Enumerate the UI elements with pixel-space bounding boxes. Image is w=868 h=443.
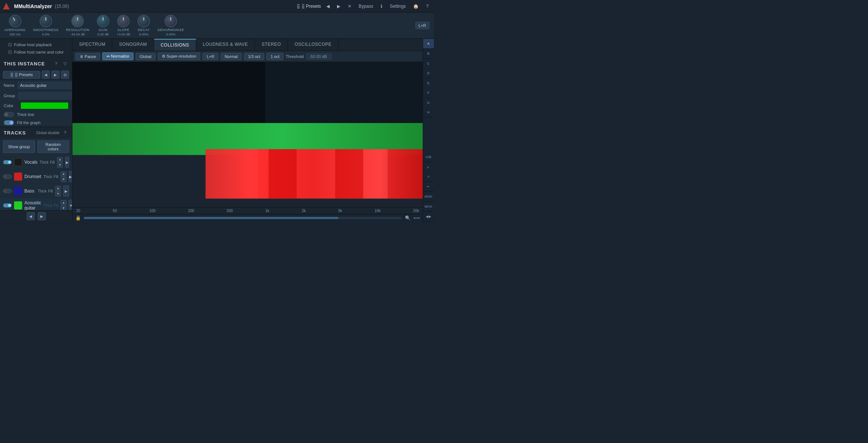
preset-options-button[interactable]: ⊞: [61, 71, 69, 79]
gain-knob[interactable]: [97, 15, 109, 27]
resolution-knob[interactable]: [71, 15, 84, 27]
instance-expand-button[interactable]: ▽: [62, 60, 68, 67]
instance-presets-pill[interactable]: ⣿ ⣿ Presets: [3, 71, 40, 79]
vocals-toggle[interactable]: [3, 160, 12, 164]
rs-back-button[interactable]: ↩: [423, 182, 434, 191]
normalize-button[interactable]: ⇔ Normalize: [102, 52, 133, 60]
deharmonize-knob[interactable]: [164, 15, 177, 27]
bypass-button[interactable]: Bypass: [357, 3, 375, 10]
pause-button[interactable]: ⏸ Pause: [75, 53, 100, 60]
rs-c-button[interactable]: C: [423, 59, 434, 68]
presets-button[interactable]: ⣿ ⣿ Presets: [297, 4, 321, 9]
rs-ab-button[interactable]: A/B: [423, 152, 434, 162]
rs-midi-button[interactable]: MIDI: [423, 192, 434, 201]
rs-d-button[interactable]: D: [423, 68, 434, 78]
bass-color[interactable]: [14, 187, 22, 195]
bass-expand-button[interactable]: ▶: [63, 185, 69, 197]
close-button[interactable]: ✕: [346, 3, 354, 10]
drumset-color[interactable]: [14, 173, 22, 181]
vocals-color[interactable]: [14, 158, 22, 166]
rs-f-button[interactable]: F: [423, 88, 434, 98]
rs-wav-button[interactable]: WAV: [423, 202, 434, 211]
drumset-up-button[interactable]: ▲: [61, 171, 67, 177]
tab-collisions[interactable]: COLLISIONS: [154, 39, 196, 51]
global-disable-label[interactable]: Global disable: [36, 131, 59, 135]
show-group-button[interactable]: Show group: [3, 140, 35, 153]
bottom-left-nav: ◀ ▶: [0, 210, 72, 222]
bass-toggle[interactable]: [3, 189, 12, 193]
expand-icon[interactable]: ⟺: [413, 215, 420, 221]
freq-10k: 10k: [375, 209, 381, 213]
acoustic-color[interactable]: [14, 201, 22, 209]
nav-prev-button[interactable]: ◀: [324, 3, 332, 10]
tab-loudness-wave[interactable]: LOUDNESS & WAVE: [196, 39, 255, 51]
tab-spectrum[interactable]: SPECTRUM: [72, 39, 112, 51]
info-button[interactable]: ℹ: [378, 3, 385, 10]
random-colors-button[interactable]: Random colors: [37, 140, 69, 153]
svg-rect-7: [205, 149, 258, 199]
threshold-value[interactable]: -50.00 dB: [306, 53, 332, 60]
preset-next-button[interactable]: ▶: [51, 71, 59, 79]
lock-icon[interactable]: 🔒: [75, 215, 81, 221]
lr-badge[interactable]: L+R: [415, 22, 430, 29]
oct13-button[interactable]: 1/3 oct: [244, 53, 264, 60]
bass-up-button[interactable]: ▲: [55, 186, 61, 191]
tracks-help-button[interactable]: ?: [62, 129, 68, 136]
smoothness-value: 4.0%: [42, 33, 50, 36]
global-button[interactable]: Global: [136, 53, 156, 60]
normal-button[interactable]: Normal: [221, 53, 242, 60]
scrollbar-track[interactable]: [84, 217, 402, 219]
superres-button[interactable]: ⚙ Super-resolution: [158, 52, 201, 60]
vocals-down-button[interactable]: ▼: [57, 163, 63, 168]
rs-out-button[interactable]: ↗: [423, 172, 434, 181]
drumset-toggle[interactable]: [3, 174, 12, 179]
acoustic-down-button[interactable]: ▼: [61, 206, 67, 211]
name-input[interactable]: [17, 82, 72, 89]
slope-knob[interactable]: [117, 15, 130, 27]
acoustic-up-button[interactable]: ▲: [61, 200, 67, 205]
fill-graph-toggle[interactable]: [4, 120, 14, 125]
acoustic-expand-button[interactable]: ▼: [69, 200, 72, 210]
vocals-expand-button[interactable]: ▶: [65, 157, 69, 168]
oct1-button[interactable]: 1 oct: [266, 53, 283, 60]
home-button[interactable]: 🏠: [411, 3, 421, 10]
visualizer[interactable]: [72, 62, 423, 207]
thick-line-toggle[interactable]: [4, 112, 14, 117]
drumset-expand-button[interactable]: ▶: [69, 171, 72, 182]
bass-down-button[interactable]: ▼: [55, 191, 61, 197]
tab-stereo[interactable]: STEREO: [255, 39, 288, 51]
bottom-nav-next[interactable]: ▶: [38, 212, 46, 220]
decay-knob[interactable]: [137, 15, 150, 27]
rs-e-button[interactable]: E: [423, 78, 434, 88]
rs-g-button[interactable]: G: [423, 98, 434, 108]
rs-a-button[interactable]: A: [423, 39, 434, 49]
help-button[interactable]: ?: [424, 3, 431, 10]
instance-help-button[interactable]: ?: [53, 60, 59, 67]
vocals-up-button[interactable]: ▲: [57, 157, 63, 162]
zoom-icon[interactable]: 🔍: [405, 215, 411, 221]
settings-button[interactable]: Settings: [388, 3, 408, 10]
color-picker[interactable]: [21, 102, 68, 109]
group-field-row: Group: [0, 91, 72, 101]
group-input[interactable]: [18, 92, 72, 99]
drumset-down-button[interactable]: ▼: [61, 177, 67, 182]
rs-h-button[interactable]: H: [423, 108, 434, 117]
lr-toolbar-button[interactable]: L+R: [202, 53, 218, 60]
bottom-nav-prev[interactable]: ◀: [27, 212, 35, 220]
smoothness-knob[interactable]: [40, 15, 52, 27]
acoustic-arrows: ▲ ▼: [61, 200, 67, 211]
preset-prev-button[interactable]: ◀: [42, 71, 50, 79]
resolution-value: -44.04 dB: [71, 33, 85, 36]
acoustic-toggle[interactable]: [3, 203, 12, 208]
scrollbar-thumb[interactable]: [84, 217, 338, 219]
follow-host-playback-checkbox[interactable]: [8, 43, 12, 47]
nav-next-button[interactable]: ▶: [335, 3, 343, 10]
rs-b-button[interactable]: B: [423, 49, 434, 58]
slope-label: SLOPE: [118, 28, 130, 32]
tab-oscilloscope[interactable]: OSCILLOSCOPE: [288, 39, 338, 51]
averaging-knob[interactable]: [6, 13, 23, 30]
rs-in-button[interactable]: ↙: [423, 162, 434, 172]
tab-sonogram[interactable]: SONOGRAM: [112, 39, 154, 51]
follow-host-name-checkbox[interactable]: [8, 50, 12, 54]
rs-nav-button[interactable]: ◀▶: [423, 212, 434, 221]
